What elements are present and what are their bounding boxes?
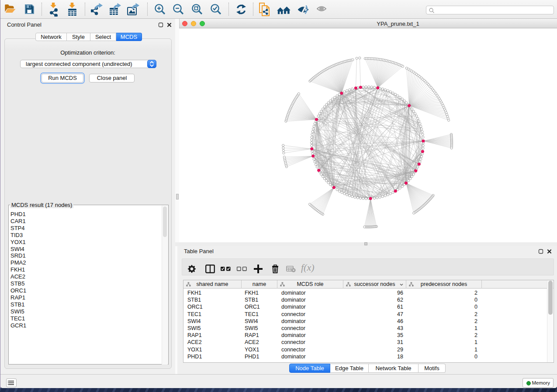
svg-text:f(x): f(x) — [301, 263, 315, 273]
